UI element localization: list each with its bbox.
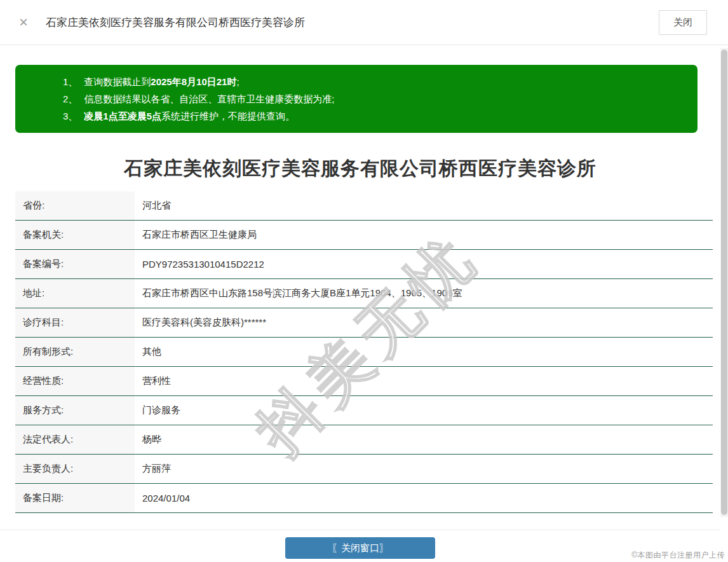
row-value: 方丽萍 xyxy=(135,455,713,483)
row-value: 其他 xyxy=(135,338,713,366)
notice-line-1: 1、 查询数据截止到2025年8月10日21时; xyxy=(63,73,685,90)
notice-number: 3、 xyxy=(63,107,78,125)
table-row-address: 地址: 石家庄市桥西区中山东路158号滨江商务大厦B座1单元1904、1905、… xyxy=(15,279,713,308)
window-title: 石家庄美依刻医疗美容服务有限公司桥西医疗美容诊所 xyxy=(46,15,305,30)
row-label: 服务方式: xyxy=(15,396,135,425)
row-value: 医疗美容科(美容皮肤科)****** xyxy=(135,308,713,337)
row-label: 诊疗科目: xyxy=(15,308,135,337)
clinic-name-title: 石家庄美依刻医疗美容服务有限公司桥西医疗美容诊所 xyxy=(0,156,720,182)
row-value: 河北省 xyxy=(135,191,713,220)
table-row-treatment-subjects: 诊疗科目: 医疗美容科(美容皮肤科)****** xyxy=(15,308,713,338)
row-value: 石家庄市桥西区中山东路158号滨江商务大厦B座1单元1904、1905、1906… xyxy=(135,279,713,308)
row-label: 主要负责人: xyxy=(15,455,135,483)
scrollbar-track[interactable] xyxy=(720,48,728,517)
footer-bar: 〖关闭窗口〗 xyxy=(0,530,720,559)
table-row-ownership-form: 所有制形式: 其他 xyxy=(15,338,713,367)
table-row-legal-representative: 法定代表人: 杨晔 xyxy=(15,425,713,455)
modal-content: 1、 查询数据截止到2025年8月10日21时; 2、 信息数据结果以各省、自治… xyxy=(0,65,728,562)
modal-window: × 石家庄美依刻医疗美容服务有限公司桥西医疗美容诊所 关闭 1、 查询数据截止到… xyxy=(0,0,728,562)
notice-text: 凌晨1点至凌晨5点系统进行维护，不能提供查询。 xyxy=(84,107,295,125)
row-label: 经营性质: xyxy=(15,367,135,395)
row-value: 营利性 xyxy=(135,367,713,395)
notice-text: 查询数据截止到2025年8月10日21时; xyxy=(84,73,239,90)
row-value: 门诊服务 xyxy=(135,396,713,425)
row-value: 2024/01/04 xyxy=(135,484,713,512)
table-row-service-mode: 服务方式: 门诊服务 xyxy=(15,396,713,425)
row-label: 地址: xyxy=(15,279,135,308)
copyright-notice: ©本图由平台注册用户上传 xyxy=(631,550,725,561)
row-label: 省份: xyxy=(15,191,135,220)
table-row-operating-nature: 经营性质: 营利性 xyxy=(15,367,713,396)
notice-line-3: 3、 凌晨1点至凌晨5点系统进行维护，不能提供查询。 xyxy=(63,107,685,125)
row-label: 所有制形式: xyxy=(15,338,135,366)
close-x-icon[interactable]: × xyxy=(19,15,28,30)
window-header: × 石家庄美依刻医疗美容服务有限公司桥西医疗美容诊所 关闭 xyxy=(0,0,728,45)
notice-number: 2、 xyxy=(63,90,78,107)
table-row-filing-authority: 备案机关: 石家庄市桥西区卫生健康局 xyxy=(15,221,713,250)
notice-text: 信息数据结果以各省、自治区、直辖市卫生健康委数据为准; xyxy=(84,90,334,107)
row-value: 杨晔 xyxy=(135,425,713,454)
table-row-province: 省份: 河北省 xyxy=(15,191,713,221)
scrollbar-thumb[interactable] xyxy=(721,50,727,515)
row-label: 备案机关: xyxy=(15,221,135,249)
table-row-filing-number: 备案编号: PDY97235313010415D2212 xyxy=(15,250,713,279)
row-label: 备案编号: xyxy=(15,250,135,278)
row-value: PDY97235313010415D2212 xyxy=(135,250,713,278)
info-table: 省份: 河北省 备案机关: 石家庄市桥西区卫生健康局 备案编号: PDY9723… xyxy=(15,191,713,513)
table-row-filing-date: 备案日期: 2024/01/04 xyxy=(15,484,713,513)
notice-line-2: 2、 信息数据结果以各省、自治区、直辖市卫生健康委数据为准; xyxy=(63,90,685,107)
close-button[interactable]: 关闭 xyxy=(659,10,707,35)
notice-box: 1、 查询数据截止到2025年8月10日21时; 2、 信息数据结果以各省、自治… xyxy=(15,65,698,133)
row-value: 石家庄市桥西区卫生健康局 xyxy=(135,221,713,249)
row-label: 法定代表人: xyxy=(15,425,135,454)
close-window-button[interactable]: 〖关闭窗口〗 xyxy=(285,537,435,559)
row-label: 备案日期: xyxy=(15,484,135,512)
notice-number: 1、 xyxy=(63,73,78,90)
table-row-principal: 主要负责人: 方丽萍 xyxy=(15,455,713,484)
